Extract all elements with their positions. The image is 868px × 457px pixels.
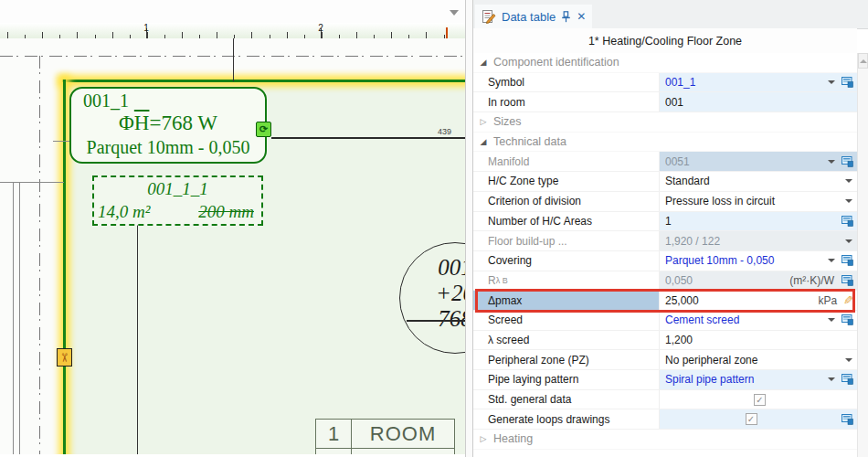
property-value-cell[interactable]: 0051 [660, 152, 857, 171]
property-value-cell[interactable]: 1 [660, 212, 857, 231]
property-row-number-of-h-c-areas[interactable]: Number of H/C Areas1 [473, 212, 857, 232]
ruler-tick [42, 32, 43, 38]
property-value-cell[interactable]: Parquet 10mm - 0,050 [660, 251, 857, 271]
checkbox-checked[interactable]: ✓ [746, 413, 757, 425]
property-row-symbol[interactable]: Symbol001_1 [473, 73, 857, 93]
section-header-heating[interactable]: ▷Heating [473, 430, 857, 450]
collapse-icon[interactable]: ◢ [479, 58, 488, 67]
property-row-peripheral-zone-pz[interactable]: Peripheral zone (PZ)No peripheral zone [473, 350, 857, 370]
ruler-tick [251, 32, 252, 38]
floor-zone-label[interactable]: 001_1 ΦH=768 W Parquet 10mm - 0,050 [69, 87, 267, 164]
property-value-cell[interactable]: ✓ [660, 390, 857, 409]
property-value: 001_1 [665, 76, 822, 89]
monitor-icon[interactable] [841, 255, 854, 266]
tab-data-table[interactable]: Data table ✕ [475, 5, 592, 28]
edit-pencil-icon[interactable]: ✎ [843, 293, 853, 307]
dropdown-arrow-icon[interactable] [826, 377, 837, 381]
property-row-generate-loops-drawings[interactable]: Generate loops drawings✓ [473, 409, 857, 430]
chevron-down-icon[interactable] [450, 10, 459, 16]
wall-edge-vertical-2 [19, 182, 20, 457]
room-boundary-top[interactable] [62, 80, 465, 82]
expand-icon[interactable]: ▷ [479, 434, 488, 443]
property-value-cell[interactable]: Pressure loss in circuit [660, 192, 857, 211]
dropdown-arrow-icon[interactable] [826, 318, 837, 322]
tab-label: Data table [502, 10, 556, 24]
property-value-cell[interactable]: ✓ [660, 409, 857, 429]
dropdown-arrow-icon[interactable] [843, 199, 854, 203]
property-row-screed[interactable]: ScreedCement screed [473, 311, 857, 331]
property-value-cell[interactable]: 1,920 / 122 [660, 231, 857, 250]
dropdown-arrow-icon[interactable] [843, 239, 854, 243]
property-label: Δpmax [473, 291, 660, 310]
property-row-screed[interactable]: λ screed1,200 [473, 331, 857, 351]
property-value-cell[interactable]: 001_1 [660, 73, 857, 92]
monitor-icon[interactable] [841, 374, 854, 385]
drawing-canvas[interactable]: 001_1 ΦH=768 W Parquet 10mm - 0,050 ⟳ 43… [0, 38, 465, 457]
room-temperature-text: +20 [400, 281, 465, 306]
property-row-std-general-data[interactable]: Std. general data✓ [473, 390, 857, 410]
property-label: Rλ B [473, 271, 660, 291]
property-value: 1 [665, 215, 837, 228]
ruler: 12 [0, 23, 465, 39]
unit-label: (m²·K)/W [789, 274, 834, 287]
panel-scrollbar[interactable] [857, 53, 868, 457]
room-load-text: 768 [400, 306, 465, 332]
monitor-icon[interactable] [841, 156, 854, 167]
property-value: Standard [665, 175, 840, 187]
property-row-h-c-zone-type[interactable]: H/C Zone typeStandard [473, 172, 857, 192]
property-value: Spiral pipe pattern [665, 373, 822, 386]
section-header-technical-data[interactable]: ◢Technical data [473, 133, 857, 153]
dropdown-arrow-icon[interactable] [826, 80, 837, 84]
expand-icon[interactable]: ▷ [479, 117, 488, 126]
room-legend-name: ROOM [352, 420, 455, 449]
close-icon[interactable]: ✕ [577, 11, 586, 22]
dimension-value: 439 [438, 127, 451, 136]
monitor-icon[interactable] [841, 216, 854, 227]
property-value: 0,050 [665, 274, 786, 287]
section-header-component-identification[interactable]: ◢Component identification [473, 53, 857, 73]
scroll-up-button[interactable] [858, 53, 868, 69]
section-header-sizes[interactable]: ▷Sizes [473, 112, 857, 133]
dropdown-arrow-icon[interactable] [843, 179, 854, 183]
property-value-cell[interactable]: Standard [660, 172, 857, 191]
monitor-icon[interactable] [841, 414, 854, 425]
property-row-in-room[interactable]: In room001 [473, 92, 857, 112]
property-row-pmax[interactable]: Δpmax25,000kPa✎ [473, 291, 857, 311]
property-value: Pressure loss in circuit [665, 195, 840, 207]
property-value-cell[interactable]: 0,050(m²·K)/W [660, 271, 857, 291]
property-value-cell[interactable]: 001 [660, 92, 857, 112]
rotate-handle-icon[interactable]: ⟳ [256, 122, 271, 137]
property-value-cell[interactable]: Spiral pipe pattern [660, 370, 857, 389]
property-row-r-b[interactable]: Rλ B0,050(m²·K)/W [473, 271, 857, 292]
property-value-cell[interactable]: 1,200 [660, 331, 857, 350]
ruler-cursor-marker [446, 27, 448, 38]
property-label: Generate loops drawings [473, 409, 660, 429]
wall-edge-vertical-1 [13, 182, 14, 457]
property-row-covering[interactable]: CoveringParquet 10mm - 0,050 [473, 251, 857, 271]
data-table-panel: Data table ✕ 1* Heating/Cooling Floor Zo… [473, 0, 868, 457]
dropdown-arrow-icon[interactable] [826, 259, 837, 262]
checkbox-checked[interactable]: ✓ [754, 394, 766, 406]
dropdown-arrow-icon[interactable] [826, 160, 837, 164]
monitor-icon[interactable] [841, 77, 854, 88]
pin-icon[interactable] [561, 11, 571, 23]
panel-tabstrip: Data table ✕ [473, 0, 868, 29]
property-row-floor-build-up[interactable]: Floor build-up ...1,920 / 122 [473, 231, 857, 251]
cut-symbol-icon[interactable]: ✂ [57, 348, 72, 367]
pane-splitter[interactable] [465, 0, 473, 457]
hc-area-label[interactable]: 001_1_1 14,0 m² 200 mm [92, 175, 263, 226]
property-row-criterion-of-division[interactable]: Criterion of divisionPressure loss in ci… [473, 192, 857, 212]
room-boundary-left[interactable] [63, 80, 66, 457]
dropdown-arrow-icon[interactable] [843, 358, 854, 362]
property-row-pipe-laying-pattern[interactable]: Pipe laying patternSpiral pipe pattern [473, 370, 857, 390]
property-row-manifold[interactable]: Manifold0051 [473, 152, 857, 172]
ruler-tick [217, 32, 217, 38]
zone-heat-output-text: ΦH=768 W [71, 112, 265, 135]
property-value-cell[interactable]: Cement screed [660, 311, 857, 330]
monitor-icon[interactable] [841, 314, 854, 325]
monitor-icon[interactable] [841, 275, 854, 286]
collapse-icon[interactable]: ◢ [479, 137, 488, 146]
ruler-number: 1 [143, 23, 149, 33]
property-value-cell[interactable]: 25,000kPa✎ [660, 291, 857, 310]
property-value-cell[interactable]: No peripheral zone [660, 350, 857, 369]
